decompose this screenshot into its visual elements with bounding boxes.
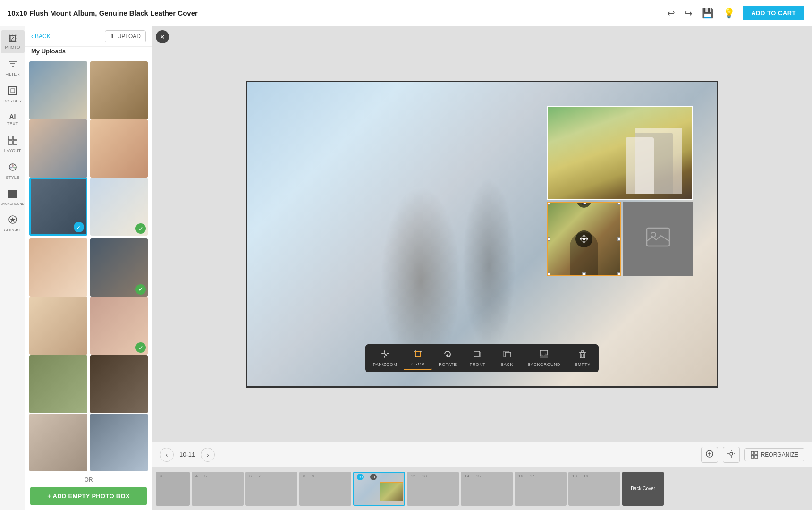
filmstrip-item-6-7[interactable]: 67	[245, 472, 297, 506]
used-check-badge-2: ✓	[135, 284, 146, 295]
svg-rect-17	[415, 351, 420, 356]
tool-clipart[interactable]: CLIPART	[1, 211, 25, 236]
photo-panel-header: ‹ BACK ⬆ UPLOAD	[25, 26, 152, 47]
canvas-wrapper: ✕	[152, 26, 812, 442]
photo-thumb-14[interactable]	[90, 414, 148, 472]
photo-thumb-4[interactable]	[90, 119, 148, 178]
pan-zoom-icon	[381, 349, 390, 361]
add-page-button[interactable]	[701, 447, 718, 463]
tool-layout[interactable]: LAYOUT	[1, 132, 25, 157]
film-page-num: 1617	[518, 474, 534, 478]
filmstrip-item-16-17[interactable]: 1617	[515, 472, 567, 506]
collage-top-photo[interactable]	[547, 106, 693, 200]
photo-thumb-11[interactable]	[29, 355, 87, 413]
photo-thumb-9[interactable]	[29, 297, 87, 355]
back-button[interactable]: BACK	[493, 347, 521, 370]
svg-rect-5	[8, 136, 12, 140]
resize-handle-tr[interactable]	[617, 202, 621, 205]
move-handle[interactable]	[575, 230, 592, 247]
photo-thumb-13[interactable]	[29, 414, 87, 472]
filmstrip-item-14-15[interactable]: 1415	[461, 472, 513, 506]
filmstrip-item-3[interactable]: 3	[156, 472, 190, 506]
page-indicator: 10-11	[179, 451, 195, 458]
selected-photo-box[interactable]	[547, 202, 621, 276]
reorganize-button[interactable]: REORGANIZE	[744, 448, 804, 461]
main-layout: 🖼 PHOTO FILTER BORDER AI TEXT LAYOUT	[0, 26, 812, 510]
svg-marker-13	[582, 202, 584, 204]
crop-icon	[413, 349, 423, 361]
photo-thumb-6[interactable]: ✓	[90, 178, 148, 236]
used-check-badge: ✓	[135, 223, 146, 234]
svg-rect-36	[751, 451, 754, 454]
front-icon	[473, 349, 482, 361]
album-canvas: PAN/ZOOM CROP ROTATE	[246, 81, 718, 388]
svg-rect-39	[755, 455, 758, 458]
close-panel-button[interactable]: ✕	[156, 30, 169, 43]
photo-thumb-3[interactable]	[29, 119, 87, 178]
filmstrip-item-18-19[interactable]: 1819	[568, 472, 620, 506]
background-button[interactable]: BACKGROUND	[522, 347, 567, 370]
background-ctx-label: BACKGROUND	[528, 362, 561, 367]
photo-thumb-8[interactable]: ✓	[90, 238, 148, 297]
svg-rect-28	[580, 353, 585, 358]
pan-zoom-label: PAN/ZOOM	[373, 362, 397, 367]
settings-button[interactable]	[723, 447, 740, 463]
resize-handle-tl[interactable]	[547, 202, 550, 205]
filmstrip-back-cover[interactable]: Back Cover	[622, 472, 664, 506]
tool-border[interactable]: BORDER	[1, 82, 25, 107]
filmstrip-item-8-9[interactable]: 89	[299, 472, 351, 506]
tool-style[interactable]: STYLE	[1, 159, 25, 184]
reorganize-label: REORGANIZE	[761, 451, 798, 458]
resize-handle-bm[interactable]	[582, 272, 586, 276]
add-empty-photo-box-button[interactable]: + ADD EMPTY PHOTO BOX	[30, 487, 147, 505]
tool-filter-label: FILTER	[5, 72, 19, 76]
crop-button[interactable]: CROP	[404, 346, 432, 370]
rotate-button[interactable]: ROTATE	[433, 347, 462, 370]
close-icon: ✕	[160, 33, 165, 41]
undo-button[interactable]: ↩	[665, 6, 677, 21]
photo-thumb-1[interactable]	[29, 61, 87, 119]
tool-photo[interactable]: 🖼 PHOTO	[1, 30, 25, 53]
delete-button[interactable]: EMPTY	[568, 347, 597, 370]
photo-thumb-5[interactable]: ✓	[29, 178, 87, 236]
svg-rect-4	[11, 89, 15, 93]
add-to-cart-button[interactable]: ADD TO CART	[743, 6, 804, 20]
save-button[interactable]: 💾	[700, 6, 716, 21]
back-label: BACK	[35, 33, 51, 40]
front-button[interactable]: FRONT	[464, 347, 492, 370]
delete-icon	[578, 349, 587, 361]
filmstrip-item-12-13[interactable]: 1213	[407, 472, 459, 506]
svg-point-15	[651, 232, 656, 237]
background-ctx-icon	[539, 349, 549, 361]
next-page-button[interactable]: ›	[201, 448, 215, 462]
selected-check-badge: ✓	[74, 222, 84, 232]
tool-filter[interactable]: FILTER	[1, 55, 25, 80]
photo-thumb-12[interactable]	[90, 355, 148, 413]
filmstrip-item-10-11[interactable]: 1011	[353, 472, 405, 506]
resize-handle-bl[interactable]	[547, 272, 550, 276]
svg-point-16	[383, 353, 385, 354]
empty-photo-box[interactable]	[623, 202, 693, 276]
upload-label: UPLOAD	[118, 33, 141, 40]
photo-thumb-10[interactable]: ✓	[90, 297, 148, 355]
photo-icon: 🖼	[8, 34, 17, 44]
back-ctx-label: BACK	[500, 362, 513, 367]
tool-text[interactable]: AI TEXT	[1, 109, 25, 130]
tool-background[interactable]: BACKGROUND	[1, 186, 25, 209]
theme-button[interactable]: 💡	[721, 6, 737, 21]
svg-point-35	[730, 452, 733, 455]
upload-button[interactable]: ⬆ UPLOAD	[105, 30, 146, 42]
pan-zoom-button[interactable]: PAN/ZOOM	[367, 347, 403, 370]
photo-thumb-7[interactable]	[29, 238, 87, 297]
back-link[interactable]: ‹ BACK	[31, 33, 51, 40]
resize-handle-ml[interactable]	[547, 237, 550, 241]
filmstrip-item-4-5[interactable]: 45	[192, 472, 244, 506]
redo-button[interactable]: ↪	[683, 6, 694, 21]
photo-thumb-2[interactable]	[90, 61, 148, 119]
prev-page-button[interactable]: ‹	[160, 448, 174, 462]
photo-collage	[547, 106, 693, 276]
resize-handle-br[interactable]	[617, 272, 621, 276]
film-page-num: 1415	[465, 474, 481, 478]
resize-handle-mr[interactable]	[617, 237, 621, 241]
film-page-num: 89	[303, 474, 314, 478]
